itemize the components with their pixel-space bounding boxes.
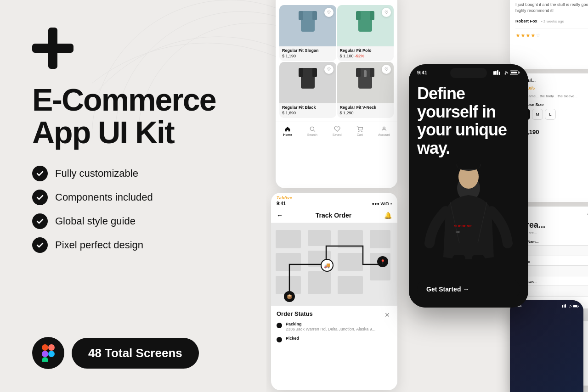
svg-point-29 bbox=[505, 73, 506, 75]
svg-rect-43 bbox=[565, 304, 566, 308]
screens-button[interactable]: 48 Total Screens bbox=[72, 338, 199, 369]
reviewer-info: Robert Fox • 2 weeks ago bbox=[515, 16, 588, 24]
phone-screen: 9:41 Define yourself in your unique way. bbox=[409, 64, 528, 308]
check-icon bbox=[32, 213, 48, 229]
svg-rect-14 bbox=[299, 68, 303, 77]
heart-icon[interactable]: ♡ bbox=[324, 8, 334, 17]
product-grid: ♡ Regular Fit Slogan $ 1,190 ♡ Regular F… bbox=[276, 1, 397, 122]
svg-text:ME: ME bbox=[456, 231, 460, 234]
product-item: ♡ Regular Fit Black $ 1,690 bbox=[279, 62, 336, 118]
heart-icon[interactable]: ♡ bbox=[382, 65, 391, 74]
feature-text-2: Components included bbox=[55, 191, 153, 203]
svg-rect-3 bbox=[48, 344, 55, 351]
nav-cart[interactable]: Cart bbox=[356, 126, 363, 136]
password-input[interactable] bbox=[520, 286, 588, 297]
track-header: ← Track Order 🔔 bbox=[271, 208, 397, 223]
svg-rect-28 bbox=[499, 72, 500, 75]
signup-status-bar: 9:41 ●●● ▪ bbox=[520, 212, 588, 217]
svg-rect-12 bbox=[370, 11, 374, 20]
svg-rect-2 bbox=[42, 344, 48, 351]
destination-marker: 📍 bbox=[377, 256, 388, 267]
close-button[interactable]: ✕ bbox=[383, 310, 392, 319]
brand-logo bbox=[32, 28, 239, 71]
phone-notch bbox=[450, 68, 487, 78]
second-review-stars: ★★★★☆ bbox=[515, 32, 588, 39]
svg-point-22 bbox=[359, 131, 359, 132]
feature-item: Pixel perfect design bbox=[32, 237, 239, 253]
product-item: ♡ Regular Fit Polo $ 1,100 -52% bbox=[337, 5, 394, 61]
svg-point-24 bbox=[383, 127, 385, 129]
truck-marker: 🚚 bbox=[321, 259, 334, 272]
phone-small: 9:41 bbox=[510, 300, 583, 392]
feature-item: Global style guide bbox=[32, 213, 239, 229]
track-map: 📍 🚚 📦 bbox=[271, 223, 397, 306]
check-icon bbox=[32, 166, 48, 181]
page-title: E-Commerce App UI Kit bbox=[32, 84, 239, 149]
heart-icon[interactable]: ♡ bbox=[382, 8, 391, 17]
get-started-button[interactable]: Get Started → bbox=[417, 279, 520, 299]
order-status-panel: ✕ Order Status Packing 2336 Jack Warren … bbox=[271, 306, 397, 352]
check-icon bbox=[32, 190, 48, 205]
email-input[interactable] bbox=[520, 265, 588, 276]
card-review: ★★★★☆ I just bought it and the stuff is … bbox=[510, 0, 588, 69]
status-bar: 9:41 ●●● WiFi ▪ bbox=[271, 193, 397, 208]
svg-rect-4 bbox=[42, 351, 48, 357]
email-field: Email bbox=[520, 260, 588, 276]
feature-text-3: Global style guide bbox=[55, 215, 136, 227]
size-chip-l[interactable]: L bbox=[545, 109, 556, 120]
svg-point-23 bbox=[362, 131, 362, 132]
svg-rect-25 bbox=[493, 71, 495, 75]
svg-rect-9 bbox=[312, 11, 317, 20]
svg-rect-19 bbox=[364, 70, 367, 77]
nav-search[interactable]: Search bbox=[307, 126, 317, 136]
svg-rect-47 bbox=[578, 306, 579, 307]
svg-rect-46 bbox=[573, 305, 577, 307]
size-chip-m[interactable]: M bbox=[532, 109, 543, 120]
nav-account[interactable]: Account bbox=[378, 126, 390, 136]
svg-rect-8 bbox=[299, 11, 303, 20]
features-list: Fully customizable Components included G… bbox=[32, 166, 239, 261]
product-item: ♡ Regular Fit Slogan $ 1,190 bbox=[279, 5, 336, 61]
svg-rect-38 bbox=[457, 160, 480, 169]
full-name-input[interactable] bbox=[520, 245, 588, 256]
hero-image: SUPREME ME bbox=[409, 151, 528, 285]
phone-small-screen: 9:41 bbox=[510, 300, 583, 392]
svg-rect-17 bbox=[356, 68, 361, 77]
phone-hero-text: Define yourself in your unique way. bbox=[409, 75, 528, 157]
svg-rect-31 bbox=[511, 72, 517, 73]
phone-main: 9:41 Define yourself in your unique way. bbox=[409, 64, 528, 308]
choose-size-label: Choose Size bbox=[519, 102, 588, 107]
check-icon bbox=[32, 237, 48, 253]
svg-rect-15 bbox=[312, 68, 317, 77]
bottom-buttons: 48 Total Screens bbox=[32, 337, 239, 369]
nav-home[interactable]: Home bbox=[283, 126, 292, 136]
svg-rect-42 bbox=[564, 305, 565, 308]
status-item-picked: Picked bbox=[277, 336, 392, 342]
svg-rect-32 bbox=[519, 72, 520, 73]
svg-point-20 bbox=[310, 127, 314, 130]
status-dot bbox=[277, 323, 282, 328]
svg-point-44 bbox=[570, 307, 571, 308]
heart-icon[interactable]: ♡ bbox=[324, 65, 334, 74]
start-marker: 📦 bbox=[284, 291, 295, 302]
nav-saved[interactable]: Saved bbox=[333, 126, 342, 136]
svg-rect-18 bbox=[370, 68, 374, 77]
right-panel: 9:41 ●●● WiFi ⬛ ♡ Regular Fit Slogan $ 1… bbox=[266, 0, 588, 392]
svg-rect-27 bbox=[497, 70, 498, 75]
figma-button[interactable] bbox=[32, 337, 64, 369]
size-options: S M L bbox=[519, 109, 588, 120]
detail-title: Regul... bbox=[519, 78, 588, 83]
svg-text:SUPREME: SUPREME bbox=[454, 224, 472, 228]
svg-rect-11 bbox=[356, 11, 361, 20]
svg-line-21 bbox=[313, 130, 315, 132]
svg-rect-1 bbox=[32, 44, 74, 53]
feature-item: Components included bbox=[32, 190, 239, 205]
svg-point-6 bbox=[48, 351, 55, 357]
product-item: ♡ Regular Fit V-Neck $ 1,290 bbox=[337, 62, 394, 118]
status-item-packing: Packing 2336 Jack Warren Rd, Delta Junct… bbox=[277, 322, 392, 331]
password-field: Passwo... bbox=[520, 280, 588, 297]
feature-item: Fully customizable bbox=[32, 166, 239, 181]
signup-title: Crea... bbox=[520, 220, 588, 230]
full-name-field: Full Nam... bbox=[520, 240, 588, 256]
bottom-nav: Home Search Saved Cart Account bbox=[276, 122, 397, 140]
